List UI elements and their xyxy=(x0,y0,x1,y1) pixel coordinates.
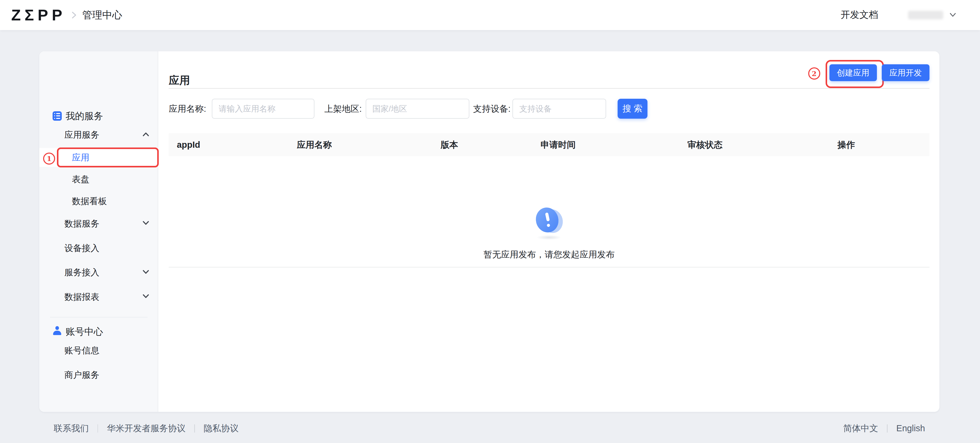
sidebar-group-data-services[interactable]: 数据服务 xyxy=(64,218,99,230)
table-bottom-border xyxy=(169,267,929,267)
sidebar-group-app-services[interactable]: 应用服务 xyxy=(64,129,99,141)
table-header: appId 应用名称 版本 申请时间 审核状态 操作 xyxy=(169,133,929,156)
app-name-label: 应用名称: xyxy=(169,99,206,119)
search-button[interactable]: 搜 索 xyxy=(617,99,648,119)
developer-agreement-link[interactable]: 华米开发者服务协议 xyxy=(107,422,186,434)
my-services-list-icon xyxy=(52,111,62,121)
footer: 联系我们 华米开发者服务协议 隐私协议 简体中文 English xyxy=(0,414,980,443)
footer-links-right: 简体中文 English xyxy=(843,422,925,434)
chevron-down-icon xyxy=(142,294,149,301)
col-version: 版本 xyxy=(441,133,458,156)
sidebar-item-merchant-services[interactable]: 商户服务 xyxy=(64,369,99,381)
sidebar-item-app-label[interactable]: 应用 xyxy=(72,151,89,164)
sidebar-group-service-access[interactable]: 服务接入 xyxy=(64,266,99,279)
app-develop-button[interactable]: 应用开发 xyxy=(882,64,929,81)
sidebar-item-account-info[interactable]: 账号信息 xyxy=(64,344,99,357)
footer-links-left: 联系我们 华米开发者服务协议 隐私协议 xyxy=(54,422,239,434)
sidebar-item-data-dashboard[interactable]: 数据看板 xyxy=(72,195,107,208)
empty-state-text: 暂无应用发布，请您发起应用发布 xyxy=(169,249,929,260)
lang-english[interactable]: English xyxy=(896,423,925,433)
content-area: 应用 2 创建应用 应用开发 应用名称: 上架地区: 支持设备: 搜 索 app… xyxy=(158,51,939,412)
empty-state: 暂无应用发布，请您发起应用发布 xyxy=(169,208,929,260)
breadcrumb: 管理中心 xyxy=(82,8,122,22)
chevron-down-icon xyxy=(142,221,149,227)
sidebar-section-account-center: 账号中心 xyxy=(65,326,103,338)
col-audit-state: 审核状态 xyxy=(687,133,722,156)
device-input[interactable] xyxy=(512,99,606,119)
sidebar-group-data-report[interactable]: 数据报表 xyxy=(64,291,99,303)
lang-simplified-chinese[interactable]: 简体中文 xyxy=(843,422,878,434)
contact-us-link[interactable]: 联系我们 xyxy=(54,422,89,434)
annotation-step1-badge: 1 xyxy=(43,152,55,165)
device-label: 支持设备: xyxy=(473,99,511,119)
region-input[interactable] xyxy=(366,99,469,119)
zepp-logo[interactable]: ZΣPP xyxy=(11,6,66,24)
account-person-icon xyxy=(52,326,62,335)
sidebar-item-watchface[interactable]: 表盘 xyxy=(72,173,89,186)
app-name-input[interactable] xyxy=(212,99,314,119)
annotation-step2-badge: 2 xyxy=(808,67,820,79)
col-appid: appId xyxy=(177,133,200,156)
title-divider xyxy=(169,88,929,89)
chevron-up-icon xyxy=(142,132,149,139)
dev-docs-link[interactable]: 开发文档 xyxy=(841,9,878,21)
col-app-name: 应用名称 xyxy=(297,133,332,156)
sidebar-section-my-services: 我的服务 xyxy=(65,110,103,122)
page: ZΣPP 管理中心 开发文档 我的服务 应用服务 xyxy=(0,0,980,443)
col-actions: 操作 xyxy=(838,133,855,156)
col-apply-time: 申请时间 xyxy=(541,133,576,156)
footer-separator xyxy=(97,424,98,432)
user-account-redacted[interactable] xyxy=(908,11,943,19)
privacy-agreement-link[interactable]: 隐私协议 xyxy=(204,422,239,434)
main-card: 我的服务 应用服务 应用 1 表盘 数据看板 数据服务 设备接入 服务接入 数据… xyxy=(39,51,939,412)
sidebar: 我的服务 应用服务 应用 1 表盘 数据看板 数据服务 设备接入 服务接入 数据… xyxy=(39,51,158,412)
footer-separator xyxy=(887,424,887,432)
footer-separator xyxy=(194,424,195,432)
create-app-button[interactable]: 创建应用 xyxy=(829,64,877,81)
chevron-down-icon xyxy=(142,270,149,276)
region-label: 上架地区: xyxy=(325,99,362,119)
sidebar-item-device-access[interactable]: 设备接入 xyxy=(64,242,99,254)
breadcrumb-chevron-icon xyxy=(71,11,77,19)
empty-alert-icon xyxy=(535,208,563,240)
sidebar-item-app-active[interactable] xyxy=(39,148,158,167)
topbar-right: 开发文档 xyxy=(841,9,956,21)
chevron-down-icon[interactable] xyxy=(950,13,956,17)
page-title: 应用 xyxy=(169,73,190,87)
sidebar-divider xyxy=(50,317,148,318)
top-bar: ZΣPP 管理中心 开发文档 xyxy=(0,0,980,30)
